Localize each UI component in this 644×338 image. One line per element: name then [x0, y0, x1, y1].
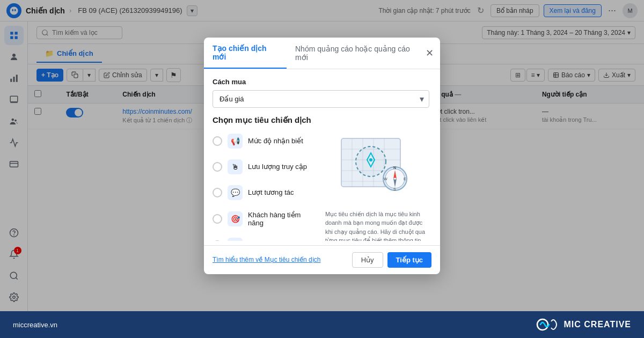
svg-text:S: S: [393, 187, 396, 191]
footer-brand-text: MIC CREATIVE: [564, 320, 631, 329]
mic-creative-logo-icon: [536, 317, 560, 332]
engagement-icon: 💬: [228, 185, 243, 200]
option-leads-label: Khách hàng tiềm năng: [248, 211, 317, 227]
modal-overlay: Tạo chiến dịch mới Nhóm quảng cáo hoặc q…: [0, 0, 644, 311]
learn-more-link[interactable]: Tìm hiểu thêm về Mục tiêu chiến dịch: [213, 256, 320, 263]
option-awareness-label: Mức độ nhận biết: [248, 137, 303, 145]
create-campaign-modal: Tạo chiến dịch mới Nhóm quảng cáo hoặc q…: [204, 38, 440, 274]
objective-section-title: Chọn mục tiêu chiến dịch: [213, 115, 429, 125]
options-grid: 📢 Mức độ nhận biết 🖱 Lưu lượng truy cập: [213, 130, 429, 241]
modal-tab-ad-group[interactable]: Nhóm quảng cáo hoặc quảng cáo mới: [287, 38, 426, 68]
svg-text:N: N: [393, 166, 396, 170]
option-leads[interactable]: 🎯 Khách hàng tiềm năng: [213, 208, 317, 230]
objective-options-list: 📢 Mức độ nhận biết 🖱 Lưu lượng truy cập: [213, 130, 317, 241]
modal-header: Tạo chiến dịch mới Nhóm quảng cáo hoặc q…: [204, 38, 440, 69]
svg-text:E: E: [404, 177, 406, 181]
modal-body: Cách mua Đấu giá ▾ Chọn mục tiêu chiến d…: [204, 69, 438, 241]
cancel-button[interactable]: Hủy: [352, 252, 383, 268]
modal-scroll-area[interactable]: Cách mua Đấu giá ▾ Chọn mục tiêu chiến d…: [204, 69, 440, 241]
objective-preview: N S E W Mục tiêu chiến dịch là mục tiêu …: [325, 130, 429, 241]
continue-button[interactable]: Tiếp tục: [387, 252, 431, 268]
footer-logo: MIC CREATIVE: [536, 317, 631, 332]
modal-tab-new-campaign[interactable]: Tạo chiến dịch mới: [204, 38, 287, 69]
buy-method-select-wrapper: Đấu giá ▾: [213, 90, 429, 108]
app-icon: 📱: [228, 238, 243, 241]
buy-method-select[interactable]: Đấu giá: [213, 90, 429, 108]
buy-method-label: Cách mua: [213, 78, 429, 86]
svg-point-35: [369, 158, 372, 161]
option-engagement-label: Lượt tương tác: [248, 188, 294, 196]
option-awareness[interactable]: 📢 Mức độ nhận biết: [213, 130, 317, 152]
radio-awareness[interactable]: [213, 136, 222, 146]
option-traffic-label: Lưu lượng truy cập: [248, 163, 307, 171]
modal-close-button[interactable]: ✕: [426, 47, 434, 59]
option-engagement[interactable]: 💬 Lượt tương tác: [213, 182, 317, 203]
traffic-icon: 🖱: [228, 159, 243, 174]
svg-text:W: W: [384, 177, 387, 181]
option-app[interactable]: 📱 Quảng cáo ứng dụng: [213, 234, 317, 241]
leads-icon: 🎯: [228, 211, 243, 226]
modal-footer: Tìm hiểu thêm về Mục tiêu chiến dịch Hủy…: [204, 245, 440, 274]
radio-traffic[interactable]: [213, 162, 222, 172]
preview-description: Mục tiêu chiến dịch là mục tiêu kinh doa…: [325, 210, 429, 241]
awareness-icon: 📢: [228, 134, 243, 149]
option-traffic[interactable]: 🖱 Lưu lượng truy cập: [213, 156, 317, 178]
modal-footer-buttons: Hủy Tiếp tục: [352, 252, 431, 268]
svg-point-44: [537, 319, 548, 330]
page-footer: miccreative.vn MIC CREATIVE: [0, 311, 644, 338]
radio-engagement[interactable]: [213, 188, 222, 197]
footer-url: miccreative.vn: [13, 321, 57, 329]
radio-leads[interactable]: [213, 214, 222, 224]
radio-app[interactable]: [213, 240, 222, 241]
preview-illustration: N S E W: [334, 130, 420, 205]
